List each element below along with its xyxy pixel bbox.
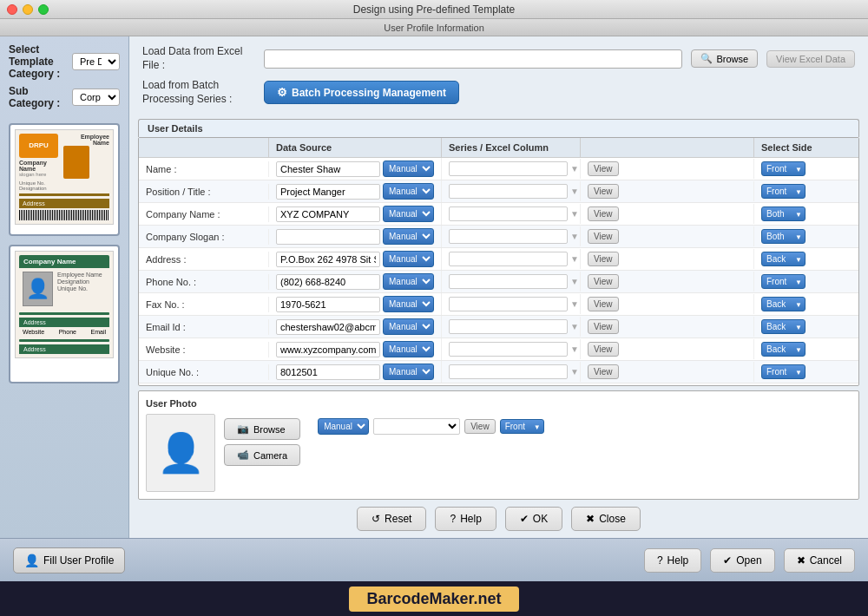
series-input[interactable] [449,252,568,266]
bottom-open-button[interactable]: ✔ Open [710,548,774,573]
load-excel-input[interactable] [264,49,682,69]
side-dropdown[interactable]: FrontBackBoth [761,364,806,379]
field-value-input[interactable] [276,342,380,357]
series-input[interactable] [449,364,568,379]
side-dropdown-wrapper: FrontBackBoth ▼ [761,319,806,334]
series-dropdown-arrow[interactable]: ▼ [570,277,579,286]
card2-footer-2: Address [19,344,109,354]
source-select[interactable]: Manual Excel [383,296,434,312]
view-button[interactable]: View [588,297,619,311]
side-dropdown[interactable]: FrontBackBoth [761,297,806,311]
source-select[interactable]: Manual Excel [383,161,434,177]
series-input[interactable] [449,319,568,334]
series-input[interactable] [449,184,568,199]
source-select[interactable]: Manual Excel [383,273,434,290]
bottom-cancel-button[interactable]: ✖ Cancel [784,548,855,573]
series-dropdown-arrow[interactable]: ▼ [570,367,579,377]
series-dropdown-arrow[interactable]: ▼ [570,254,579,264]
photo-side-select[interactable]: Front [500,419,544,434]
reset-button[interactable]: ↺ Reset [357,507,426,531]
card2-bottom-fields: Website Phone Email [19,327,109,337]
view-button[interactable]: View [588,274,619,289]
field-value-input[interactable] [276,161,380,177]
series-dropdown-arrow[interactable]: ▼ [570,209,579,219]
series-dropdown-arrow[interactable]: ▼ [570,187,579,196]
card2-email: Email [90,329,106,335]
series-dropdown-arrow[interactable]: ▼ [570,322,579,331]
field-value-input[interactable] [276,206,380,222]
series-input[interactable] [449,229,568,244]
batch-icon: ⚙ [277,86,287,99]
source-select[interactable]: Manual Excel [383,228,434,245]
series-dropdown-arrow[interactable]: ▼ [570,299,579,309]
browse-excel-button[interactable]: 🔍 Browse [691,49,758,68]
fill-user-profile-button[interactable]: 👤 Fill User Profile [13,547,125,573]
photo-browse-button[interactable]: 📷 Browse [224,418,300,440]
ok-button[interactable]: ✔ OK [505,507,562,531]
side-dropdown[interactable]: FrontBackBoth [761,206,806,221]
photo-view-button[interactable]: View [464,419,496,434]
side-dropdown[interactable]: FrontBackBoth [761,319,806,334]
view-button[interactable]: View [588,252,619,266]
source-select[interactable]: Manual Excel [383,206,434,222]
field-value-input[interactable] [276,319,380,335]
series-input[interactable] [449,342,568,357]
source-select[interactable]: Manual Excel [383,318,434,335]
user-details-tab[interactable]: User Details [138,119,859,137]
batch-processing-button[interactable]: ⚙ Batch Processing Management [264,81,459,104]
series-input[interactable] [449,297,568,311]
view-excel-button[interactable]: View Excel Data [766,50,855,68]
view-button[interactable]: View [588,161,619,176]
template-category-dropdown[interactable]: Pre D [72,53,120,70]
table-row: Company Name : Manual Excel ▼ View Front… [139,203,858,226]
series-dropdown-arrow[interactable]: ▼ [570,164,579,174]
table-row: Unique No. : Manual Excel ▼ View FrontBa… [139,361,858,383]
field-value-input[interactable] [276,364,380,380]
field-value-input[interactable] [276,297,380,312]
close-icon: ✖ [586,513,595,525]
side-dropdown[interactable]: FrontBackBoth [761,184,806,199]
view-button[interactable]: View [588,229,619,244]
series-dropdown-arrow[interactable]: ▼ [570,344,579,354]
field-value-input[interactable] [276,252,380,267]
series-dropdown-arrow[interactable]: ▼ [570,232,579,241]
photo-source-select[interactable]: Manual [318,418,369,435]
bottom-help-button[interactable]: ? Help [644,548,701,573]
maximize-window-btn[interactable] [38,4,49,15]
side-dropdown[interactable]: FrontBackBoth [761,252,806,266]
series-cell: ▼ [442,204,581,224]
close-label: Close [599,513,626,525]
side-dropdown[interactable]: FrontBackBoth [761,342,806,357]
card2-unique-row: Unique No. [57,285,106,292]
close-button[interactable]: ✖ Close [571,507,641,531]
view-button[interactable]: View [588,184,619,199]
source-select[interactable]: Manual Excel [383,251,434,267]
source-select[interactable]: Manual Excel [383,364,434,380]
close-window-btn[interactable] [7,4,17,15]
data-source-cell: Manual Excel [269,203,442,225]
field-value-input[interactable] [276,229,380,245]
subcategory-dropdown[interactable]: Corp [72,88,120,106]
photo-camera-button[interactable]: 📹 Camera [224,444,300,466]
load-excel-row: Load Data from Excel File : 🔍 Browse Vie… [142,45,855,72]
series-input[interactable] [449,161,568,176]
source-select[interactable]: Manual Excel [383,183,434,200]
series-input[interactable] [449,206,568,221]
side-dropdown[interactable]: FrontBackBoth [761,229,806,244]
view-button[interactable]: View [588,319,619,334]
photo-series-select[interactable] [373,418,460,435]
series-input[interactable] [449,274,568,289]
field-value-input[interactable] [276,274,380,290]
view-button[interactable]: View [588,206,619,221]
view-button[interactable]: View [588,342,619,357]
minimize-window-btn[interactable] [23,4,33,15]
side-dropdown[interactable]: FrontBackBoth [761,274,806,289]
template-card-2[interactable]: Company Name 👤 Employee Name Designation… [9,245,120,383]
source-select[interactable]: Manual Excel [383,341,434,357]
view-button[interactable]: View [588,364,619,379]
side-dropdown[interactable]: FrontBackBoth [761,161,806,176]
field-label-cell: Email Id : [139,319,269,335]
help-button[interactable]: ? Help [435,507,496,531]
template-card-1[interactable]: DRPU Company Name slogan here Unique No.… [9,123,120,236]
field-value-input[interactable] [276,184,380,200]
